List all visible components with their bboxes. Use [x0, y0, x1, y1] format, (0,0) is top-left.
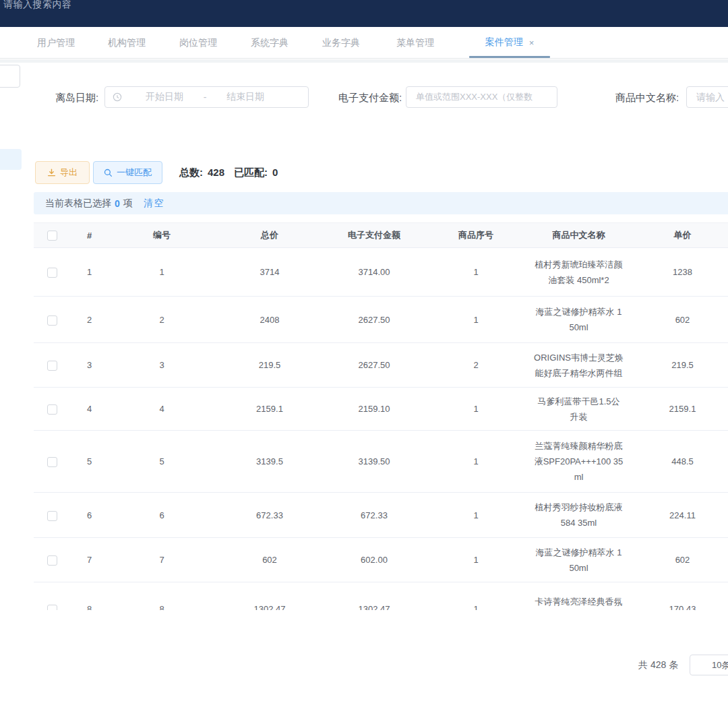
clipped-left-button[interactable]	[0, 149, 22, 170]
export-button-label: 导出	[60, 167, 78, 179]
cell-price: 1238	[630, 248, 728, 297]
clear-selection-link[interactable]: 清空	[144, 198, 165, 210]
tab-label[interactable]: 案件管理	[485, 36, 523, 49]
cell-product-name: 植村秀新琥珀臻萃洁颜油套装 450ml*2	[527, 248, 630, 297]
top-navbar: 请输入搜索内容	[0, 0, 728, 27]
table-row[interactable]: 8 8 1302.47 1302.47 1 卡诗菁纯亮泽经典香氛发油100ml …	[34, 582, 728, 611]
cell-total: 219.5	[216, 343, 324, 388]
table-row[interactable]: 6 6 672.33 672.33 1 植村秀羽纱持妆粉底液 584 35ml …	[34, 493, 728, 538]
export-button[interactable]: 导出	[35, 161, 90, 184]
end-date-placeholder[interactable]: 结束日期	[210, 91, 280, 103]
cell-product-name: 海蓝之谜修护精萃水 150ml	[527, 538, 630, 582]
cell-code: 4	[108, 388, 216, 431]
cell-seq: 1	[425, 388, 527, 431]
product-name-input[interactable]: 请输入	[686, 86, 728, 108]
row-checkbox[interactable]	[47, 605, 57, 610]
row-checkbox[interactable]	[47, 511, 57, 521]
tab-item-5[interactable]: 菜单管理	[396, 27, 434, 58]
date-range-input[interactable]: 开始日期 - 结束日期	[104, 86, 309, 108]
row-checkbox[interactable]	[47, 361, 57, 371]
cell-index: 3	[71, 343, 108, 388]
cell-epay: 2627.50	[324, 297, 425, 343]
cell-seq: 1	[425, 248, 527, 297]
table-header-row: # 编号 总价 电子支付金额 商品序号 商品中文名称 单价	[34, 223, 728, 248]
column-header-index: #	[71, 223, 108, 248]
cell-code: 7	[108, 538, 216, 582]
page-size-select[interactable]: 10条/页	[690, 655, 728, 675]
selection-suffix: 项	[123, 198, 133, 210]
page-size-value: 10条/页	[712, 659, 728, 671]
amount-placeholder: 单值或范围XXX-XXX（仅整数	[416, 87, 533, 107]
total-label: 总数:	[179, 167, 203, 179]
cell-seq: 2	[425, 343, 527, 388]
cell-index: 8	[71, 582, 108, 611]
cell-seq: 1	[425, 431, 527, 493]
cell-index: 4	[71, 388, 108, 431]
cell-price: 448.5	[630, 431, 728, 493]
global-search-input[interactable]: 请输入搜索内容	[3, 0, 72, 11]
tags-view-bar: 用户管理机构管理岗位管理系统字典业务字典菜单管理 案件管理 ×	[0, 27, 728, 59]
column-header-price: 单价	[630, 223, 728, 248]
select-all-checkbox[interactable]	[47, 231, 57, 241]
product-placeholder: 请输入	[696, 87, 725, 107]
product-filter-label: 商品中文名称:	[615, 92, 679, 104]
tab-item-1[interactable]: 机构管理	[108, 27, 146, 58]
cell-seq: 1	[425, 538, 527, 582]
active-tab-underline	[469, 56, 550, 58]
column-header-name: 商品中文名称	[527, 223, 630, 248]
cell-total: 3714	[216, 248, 324, 297]
match-button-label: 一键匹配	[117, 167, 152, 179]
stats-summary: 总数: 428 已匹配: 0	[179, 161, 278, 184]
cell-index: 5	[71, 431, 108, 493]
cell-seq: 1	[425, 582, 527, 611]
cell-index: 2	[71, 297, 108, 343]
cell-price: 170.43	[630, 582, 728, 611]
row-checkbox[interactable]	[47, 268, 57, 278]
cell-product-name: 马爹利蓝带干邑1.5公升装	[527, 388, 630, 431]
column-header-code: 编号	[108, 223, 216, 248]
table-row[interactable]: 2 2 2408 2627.50 1 海蓝之谜修护精萃水 150ml 602	[34, 297, 728, 343]
cell-code: 8	[108, 582, 216, 611]
tab-item-2[interactable]: 岗位管理	[179, 27, 217, 58]
start-date-placeholder[interactable]: 开始日期	[129, 91, 200, 103]
cell-product-name: 植村秀羽纱持妆粉底液 584 35ml	[527, 493, 630, 538]
one-key-match-button[interactable]: 一键匹配	[93, 161, 162, 184]
column-header-epay: 电子支付金额	[324, 223, 425, 248]
tab-case-management[interactable]: 案件管理 ×	[469, 27, 550, 58]
row-checkbox[interactable]	[47, 404, 57, 415]
row-checkbox[interactable]	[47, 555, 57, 566]
cell-product-name: 海蓝之谜修护精萃水 150ml	[527, 297, 630, 343]
table-row[interactable]: 1 1 3714 3714.00 1 植村秀新琥珀臻萃洁颜油套装 450ml*2…	[34, 248, 728, 297]
tabbar-shadow	[0, 59, 728, 63]
selection-info-bar: 当前表格已选择 0 项 清空	[34, 192, 728, 214]
clipped-left-widget[interactable]	[0, 65, 20, 88]
table-row[interactable]: 3 3 219.5 2627.50 2 ORIGINS韦博士灵芝焕能好底子精华水…	[34, 343, 728, 388]
search-icon	[104, 169, 113, 177]
cell-index: 6	[71, 493, 108, 538]
tab-item-0[interactable]: 用户管理	[37, 27, 75, 58]
data-table: # 编号 总价 电子支付金额 商品序号 商品中文名称 单价 1 1 3714 3…	[34, 222, 728, 610]
row-checkbox[interactable]	[47, 315, 57, 326]
cell-total: 602	[216, 538, 324, 582]
cell-price: 224.11	[630, 493, 728, 538]
tab-close-icon[interactable]: ×	[529, 38, 535, 47]
table-row[interactable]: 4 4 2159.1 2159.10 1 马爹利蓝带干邑1.5公升装 2159.…	[34, 388, 728, 431]
row-checkbox[interactable]	[47, 457, 57, 467]
column-header-total: 总价	[216, 223, 324, 248]
cell-total: 3139.5	[216, 431, 324, 493]
amount-input[interactable]: 单值或范围XXX-XXX（仅整数	[406, 86, 557, 108]
cell-total: 2159.1	[216, 388, 324, 431]
selection-count: 0	[115, 198, 120, 209]
cell-code: 5	[108, 431, 216, 493]
cell-index: 7	[71, 538, 108, 582]
cell-epay: 1302.47	[324, 582, 425, 611]
cell-epay: 2159.10	[324, 388, 425, 431]
table-row[interactable]: 5 5 3139.5 3139.50 1 兰蔻菁纯臻颜精华粉底液SPF20PA+…	[34, 431, 728, 493]
cell-total: 1302.47	[216, 582, 324, 611]
cell-code: 3	[108, 343, 216, 388]
tab-item-3[interactable]: 系统字典	[251, 27, 289, 58]
cell-product-name: 卡诗菁纯亮泽经典香氛发油100ml	[527, 582, 630, 611]
cell-total: 2408	[216, 297, 324, 343]
tab-item-4[interactable]: 业务字典	[322, 27, 360, 58]
table-row[interactable]: 7 7 602 602.00 1 海蓝之谜修护精萃水 150ml 602	[34, 538, 728, 582]
